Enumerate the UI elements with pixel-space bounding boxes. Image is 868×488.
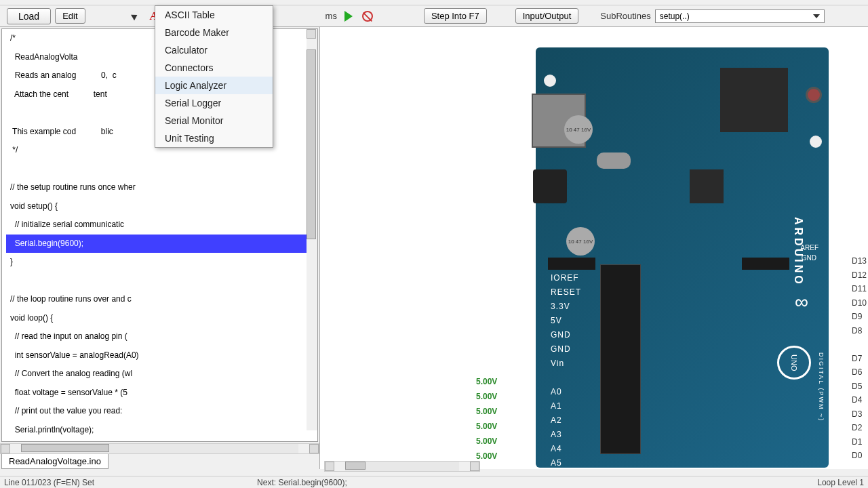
code-line[interactable]: Serial.println(voltage); xyxy=(2,421,317,440)
analog-readouts: 5.00V5.00V5.00V5.00V5.00V5.00V xyxy=(476,374,497,464)
vertical-scrollbar[interactable] xyxy=(307,29,317,430)
chip xyxy=(720,68,788,132)
file-tab[interactable]: ReadAnalogVoltage.ino xyxy=(1,454,108,469)
code-line[interactable]: // the loop routine runs over and c xyxy=(2,290,317,309)
menu-item[interactable]: Serial Logger xyxy=(155,94,273,112)
header-row xyxy=(548,258,595,270)
edit-button[interactable]: Edit xyxy=(55,8,85,24)
power-jack xyxy=(533,169,567,203)
input-output-button[interactable]: Input/Output xyxy=(515,8,579,24)
status-line: Line 011/023 (F=EN) Set xyxy=(4,478,94,487)
menubar xyxy=(0,0,868,5)
code-line[interactable]: // the setup routine runs once wher xyxy=(2,178,317,197)
code-line[interactable]: void loop() { xyxy=(2,309,317,328)
code-line[interactable]: // print out the value you read: xyxy=(2,402,317,421)
stop-button[interactable] xyxy=(360,9,375,24)
chip xyxy=(690,169,724,203)
code-line[interactable]: } xyxy=(2,253,317,272)
code-line[interactable]: float voltage = sensorValue * (5 xyxy=(2,384,317,403)
ms-label: ms xyxy=(326,11,337,21)
menu-item[interactable]: Logic Analyzer xyxy=(155,77,273,94)
tools-dropdown: ASCII TableBarcode MakerCalculatorConnec… xyxy=(155,5,273,148)
code-line[interactable] xyxy=(2,160,317,179)
digital-label: DIGITAL (PWM ~) xyxy=(818,352,825,422)
menu-item[interactable]: Serial Monitor xyxy=(155,112,273,129)
code-line[interactable]: // read the input on analog pin ( xyxy=(2,327,317,346)
subroutines-label: SubRoutines xyxy=(600,11,650,21)
arduino-board[interactable]: 10 47 16V 10 47 16V IOREFRESET3.3V5VGNDG… xyxy=(536,47,829,468)
digital-pin-labels: D13D12D11D10D9D8 D7D6D5D4D3D2D1D0 xyxy=(852,254,867,463)
code-line[interactable] xyxy=(2,272,317,291)
step-into-button[interactable]: Step Into F7 xyxy=(424,8,487,24)
play-button[interactable] xyxy=(341,9,356,24)
code-line[interactable]: // Convert the analog reading (wl xyxy=(2,365,317,384)
menu-item[interactable]: Unit Testing xyxy=(155,129,273,147)
menu-item[interactable]: Calculator xyxy=(155,41,273,59)
mounting-hole xyxy=(544,75,556,87)
subroutine-select[interactable]: setup(..) xyxy=(655,9,825,23)
simulator-pane[interactable]: 10 47 16V 10 47 16V IOREFRESET3.3V5VGNDG… xyxy=(320,27,868,469)
code-line[interactable]: int sensorValue = analogRead(A0) xyxy=(2,346,317,365)
pin-labels: IOREFRESET3.3V5VGNDGNDVin A0A1A2A3A4A5 xyxy=(551,271,581,469)
status-next: Next: Serial.begin(9600); xyxy=(257,478,347,487)
chevron-down-icon xyxy=(813,14,820,18)
pointer-icon[interactable] xyxy=(127,9,142,24)
subroutine-value: setup(..) xyxy=(660,12,690,21)
statusbar: Line 011/023 (F=EN) Set Next: Serial.beg… xyxy=(0,476,868,488)
atmega-chip xyxy=(600,264,641,454)
crystal xyxy=(597,152,631,169)
code-line[interactable]: Serial.begin(9600); xyxy=(6,235,317,253)
code-line[interactable]: // initialize serial communicatic xyxy=(2,216,317,235)
reset-button[interactable] xyxy=(806,87,822,103)
toolbar: Load Edit A ms Step Into F7 Input/Output… xyxy=(0,5,868,27)
capacitor: 10 47 16V xyxy=(564,115,593,144)
code-line[interactable]: void setup() { xyxy=(2,197,317,216)
uno-label: UNO xyxy=(777,346,811,380)
sim-horizontal-scrollbar[interactable] xyxy=(324,461,480,472)
mounting-hole xyxy=(810,136,822,148)
status-loop: Loop Level 1 xyxy=(817,478,864,487)
menu-item[interactable]: ASCII Table xyxy=(155,6,273,24)
arduino-logo-text: ARDUINO xyxy=(792,217,804,287)
capacitor: 10 47 16V xyxy=(566,227,595,256)
horizontal-scrollbar[interactable] xyxy=(0,443,319,454)
menu-item[interactable]: Barcode Maker xyxy=(155,24,273,41)
menu-item[interactable]: Connectors xyxy=(155,59,273,77)
header-row xyxy=(742,258,789,270)
arduino-logo-icon: ∞ xyxy=(795,291,808,313)
load-button[interactable]: Load xyxy=(7,8,51,24)
